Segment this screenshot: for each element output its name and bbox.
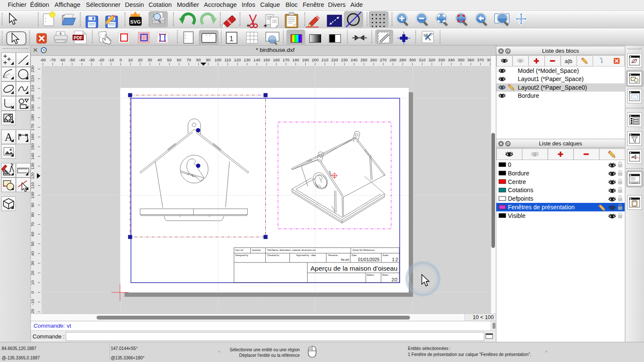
- svg-text:Item ref: Item ref: [235, 249, 243, 251]
- svg-text:70: 70: [31, 222, 35, 227]
- svg-text:80: 80: [31, 212, 35, 217]
- svg-text:130: 130: [244, 57, 251, 62]
- svg-text:Title/Name, destination, mater: Title/Name, destination, material, dimen…: [267, 249, 316, 251]
- svg-text:a|b: a|b: [565, 58, 572, 64]
- svg-text:Defpoints: Defpoints: [508, 195, 533, 202]
- svg-text:Date: Date: [352, 254, 356, 256]
- svg-text:190: 190: [31, 104, 35, 111]
- svg-text:Layout1 (*Paper_Space): Layout1 (*Paper_Space): [518, 75, 583, 82]
- svg-text:150: 150: [31, 143, 35, 150]
- svg-text:170: 170: [31, 124, 35, 131]
- svg-text:220: 220: [331, 57, 338, 62]
- svg-text:-40: -40: [79, 57, 85, 62]
- svg-text:0: 0: [508, 161, 511, 168]
- svg-text:-30: -30: [88, 57, 94, 62]
- svg-text:100: 100: [31, 192, 35, 199]
- svg-text:+: +: [246, 22, 250, 28]
- svg-text:320: 320: [428, 57, 435, 62]
- svg-text:-80: -80: [40, 57, 46, 62]
- svg-text:Centre: Centre: [508, 178, 526, 185]
- svg-text:A: A: [4, 131, 12, 143]
- svg-text:210: 210: [31, 85, 35, 92]
- svg-text:Bordure: Bordure: [508, 170, 529, 177]
- svg-text:Aperçu de la maison d'oiseau: Aperçu de la maison d'oiseau: [310, 265, 398, 272]
- svg-text:310: 310: [419, 57, 425, 62]
- svg-text:40: 40: [158, 57, 162, 62]
- svg-text:190: 190: [302, 57, 309, 62]
- svg-text:60: 60: [177, 57, 182, 62]
- svg-text:-10: -10: [31, 299, 35, 305]
- svg-text:-20: -20: [31, 309, 35, 314]
- svg-text:Cotations: Cotations: [508, 187, 533, 193]
- svg-text:Scale: Scale: [383, 254, 389, 256]
- svg-text:Visible: Visible: [508, 212, 526, 219]
- svg-text:file.dxf: file.dxf: [341, 258, 349, 261]
- svg-text:30: 30: [148, 57, 152, 62]
- svg-text:Fenêtres de présentation: Fenêtres de présentation: [508, 204, 575, 211]
- svg-text:command: command: [632, 182, 638, 184]
- svg-text:20: 20: [138, 57, 143, 62]
- svg-text:30: 30: [31, 261, 35, 266]
- svg-text:290: 290: [399, 57, 406, 62]
- svg-text:80: 80: [196, 57, 201, 62]
- svg-text:60: 60: [31, 232, 35, 237]
- svg-text:330: 330: [438, 57, 445, 62]
- svg-text:150: 150: [263, 57, 270, 62]
- svg-text:Model (*Model_Space): Model (*Model_Space): [518, 67, 579, 74]
- svg-text:0: 0: [120, 57, 122, 62]
- svg-text:90: 90: [31, 203, 35, 208]
- svg-text:70: 70: [186, 57, 191, 62]
- svg-text:20: 20: [31, 271, 35, 275]
- svg-text:200: 200: [312, 57, 319, 62]
- svg-text:360: 360: [468, 57, 474, 62]
- svg-text:0: 0: [31, 291, 35, 293]
- svg-text:Bordure: Bordure: [518, 92, 539, 99]
- svg-text:1: 1: [229, 35, 233, 43]
- svg-text:Quantity: Quantity: [252, 249, 261, 251]
- svg-text:-50: -50: [69, 57, 75, 62]
- svg-text:370: 370: [477, 57, 484, 62]
- svg-text:Approved by - date: Approved by - date: [296, 254, 316, 256]
- svg-text:230: 230: [341, 57, 348, 62]
- svg-text:210: 210: [322, 57, 328, 62]
- svg-text:220: 220: [31, 75, 35, 82]
- svg-text:340: 340: [448, 57, 455, 62]
- svg-text:110: 110: [225, 57, 231, 62]
- svg-text:Sheet: Sheet: [382, 274, 389, 276]
- svg-text:-70: -70: [50, 57, 56, 62]
- svg-text:280: 280: [389, 57, 396, 62]
- svg-text:130: 130: [31, 163, 35, 169]
- svg-text:Layout2 (*Paper_Space0): Layout2 (*Paper_Space0): [518, 84, 587, 91]
- svg-text:Checked by: Checked by: [267, 254, 279, 256]
- svg-text:100: 100: [215, 57, 222, 62]
- svg-text:01/01/2025: 01/01/2025: [358, 257, 380, 262]
- svg-text:1:2: 1:2: [392, 257, 398, 262]
- svg-text:260: 260: [370, 57, 377, 62]
- svg-text:110: 110: [31, 182, 35, 189]
- svg-text:180: 180: [292, 57, 299, 62]
- svg-text:200: 200: [31, 95, 35, 102]
- svg-text:90: 90: [206, 57, 211, 62]
- svg-text:40: 40: [31, 251, 35, 256]
- svg-text:Filename: Filename: [328, 254, 337, 256]
- svg-text:250: 250: [360, 57, 367, 62]
- svg-text:Edition: Edition: [367, 274, 374, 276]
- svg-text:PDF: PDF: [74, 35, 83, 40]
- svg-text:140: 140: [31, 153, 35, 160]
- svg-text:+: +: [264, 22, 267, 28]
- svg-text:300: 300: [409, 57, 416, 62]
- svg-text:-20: -20: [98, 57, 104, 62]
- svg-text:270: 270: [380, 57, 387, 62]
- svg-text:-60: -60: [59, 57, 65, 62]
- svg-text:180: 180: [31, 114, 35, 121]
- svg-text:Designed by: Designed by: [235, 254, 248, 256]
- svg-text:10: 10: [128, 57, 133, 62]
- svg-text:10: 10: [31, 281, 35, 285]
- svg-text:170: 170: [283, 57, 289, 62]
- svg-text:2/2: 2/2: [392, 278, 398, 282]
- svg-text:Article No./Reference: Article No./Reference: [352, 249, 374, 251]
- svg-text:350: 350: [458, 57, 465, 62]
- svg-text:240: 240: [351, 57, 358, 62]
- svg-text:-10: -10: [108, 57, 114, 62]
- svg-text:140: 140: [253, 57, 260, 62]
